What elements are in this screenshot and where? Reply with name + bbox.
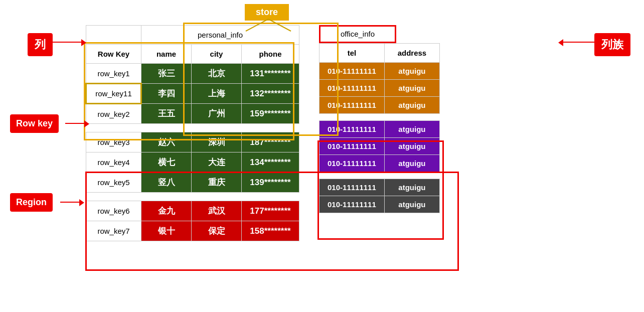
cell-city: 深圳 [192,132,242,152]
cell-name: 横七 [141,152,192,173]
cell-phone: 134******** [242,152,299,173]
store-label: store [245,4,289,21]
table-row: 010-11111111 atguigu [319,138,439,155]
cell-rowkey: row_key3 [86,132,141,152]
office-info-label: office_info [341,30,375,38]
table-row: 010-11111111 atguigu [319,179,439,196]
col-address: address [384,44,439,63]
cell-tel: 010-11111111 [319,138,384,155]
cell-rowkey: row_key2 [86,104,141,124]
spacer-row [86,193,299,201]
left-table-wrapper: personal_info Row Key name city phone ro… [85,25,299,241]
cell-tel: 010-11111111 [319,196,384,213]
region-arrow-line [60,202,81,203]
table-row: row_key6 金九 武汉 177******** [86,201,299,221]
cell-name: 银十 [141,221,192,241]
cell-rowkey: row_key5 [86,173,141,193]
header-empty [86,26,141,45]
cell-phone: 158******** [242,221,299,241]
cell-tel: 010-11111111 [319,80,384,97]
spacer-row [319,114,439,121]
col-header-row: Row Key name city phone [86,45,299,64]
table-row: row_key2 王五 广州 159******** [86,104,299,124]
cell-city: 保定 [192,221,242,241]
liezhu-label: 列族 [594,33,630,56]
main-container: store 列 Row key Region 列族 [0,0,644,312]
cell-city: 武汉 [192,201,242,221]
cell-tel: 010-11111111 [319,63,384,80]
table-row: 010-11111111 atguigu [319,196,439,213]
cell-address: atguigu [384,80,439,97]
cell-phone: 131******** [242,64,299,84]
cell-tel: 010-11111111 [319,121,384,138]
col-phone: phone [242,45,299,64]
personal-info-header: personal_info [141,26,299,45]
cell-city: 大连 [192,152,242,173]
spacer-row [86,124,299,132]
cell-rowkey: row_key7 [86,221,141,241]
cell-rowkey: row_key6 [86,201,141,221]
cell-city: 重庆 [192,173,242,193]
table-row: 010-11111111 atguigu [319,63,439,80]
cell-address: atguigu [384,121,439,138]
col-rowkey: Row Key [86,45,141,64]
cell-city: 上海 [192,84,242,104]
office-info-header-box: office_info [319,25,396,43]
main-table: personal_info Row Key name city phone ro… [85,25,299,241]
region-arrowhead [79,199,84,206]
cell-name: 李四 [141,84,192,104]
rowkey-arrowhead [84,120,89,127]
cell-city: 广州 [192,104,242,124]
col-tel: tel [319,44,384,63]
cell-phone: 132******** [242,84,299,104]
spacer-row [319,172,439,179]
liezhu-arrow-line [562,42,594,43]
table-row: 010-11111111 atguigu [319,80,439,97]
rowkey-label: Row key [10,114,59,133]
cell-name: 竖八 [141,173,192,193]
right-table-wrapper: office_info tel address 010-11111111 atg… [319,25,440,213]
cell-name: 金九 [141,201,192,221]
cell-tel: 010-11111111 [319,97,384,114]
col-name: name [141,45,192,64]
cell-address: atguigu [384,97,439,114]
cell-phone: 139******** [242,173,299,193]
cell-address: atguigu [384,63,439,80]
cell-address: atguigu [384,179,439,196]
table-row: row_key5 竖八 重庆 139******** [86,173,299,193]
table-row: 010-11111111 atguigu [319,121,439,138]
cell-name: 张三 [141,64,192,84]
cell-rowkey: row_key4 [86,152,141,173]
region-label: Region [10,193,53,212]
col-city: city [192,45,242,64]
table-row: row_key11 李四 上海 132******** [86,84,299,104]
cell-phone: 177******** [242,201,299,221]
table-row: row_key7 银十 保定 158******** [86,221,299,241]
liezhu-arrowhead [558,39,563,46]
table-row: row_key1 张三 北京 131******** [86,64,299,84]
office-col-header-row: tel address [319,44,439,63]
cell-address: atguigu [384,138,439,155]
cell-phone: 187******** [242,132,299,152]
cell-tel: 010-11111111 [319,155,384,172]
header-group-row: personal_info [86,26,299,45]
table-row: 010-11111111 atguigu [319,155,439,172]
office-table: tel address 010-11111111 atguigu 010-111… [319,43,440,213]
lie-arrow-line [52,42,83,43]
cell-name: 赵六 [141,132,192,152]
cell-address: atguigu [384,196,439,213]
cell-address: atguigu [384,155,439,172]
cell-rowkey: row_key11 [86,84,141,104]
lie-label: 列 [28,33,53,56]
cell-name: 王五 [141,104,192,124]
cell-rowkey: row_key1 [86,64,141,84]
cell-city: 北京 [192,64,242,84]
lie-arrowhead [81,39,86,46]
content-area: personal_info Row Key name city phone ro… [85,25,440,241]
table-row: 010-11111111 atguigu [319,97,439,114]
table-row: row_key4 横七 大连 134******** [86,152,299,173]
cell-phone: 159******** [242,104,299,124]
cell-tel: 010-11111111 [319,179,384,196]
table-row: row_key3 赵六 深圳 187******** [86,132,299,152]
rowkey-arrow-line [65,123,86,124]
